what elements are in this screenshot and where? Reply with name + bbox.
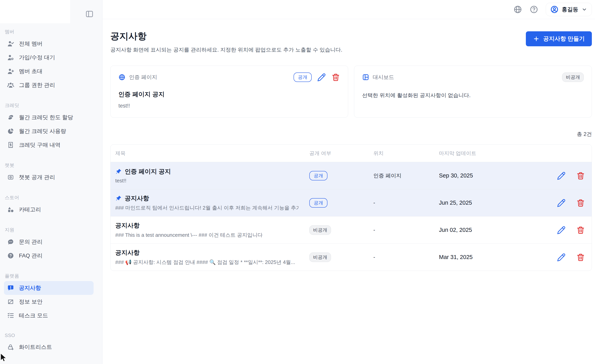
status-badge-public: 공개 [309, 198, 327, 208]
row-location: - [373, 200, 439, 206]
sidebar-item-info-security[interactable]: 정보 보안 [4, 295, 94, 309]
row-location: 인증 페이지 [373, 172, 439, 179]
delete-button[interactable] [576, 171, 585, 180]
user-plus-icon [7, 68, 14, 75]
row-title: 공지사항 [115, 221, 140, 230]
content: 공지사항 공지사항 화면에 표시되는 공지를 관리하세요. 지정한 위치에 팝업… [102, 19, 595, 364]
row-updated: Jun 25, 2025 [439, 200, 553, 206]
chevron-down-icon [581, 7, 587, 12]
user-clock-icon [7, 54, 14, 61]
sidebar-item-label: 전체 멤버 [19, 40, 42, 48]
sidebar-section-members: 멤버 [5, 28, 94, 35]
sidebar-item-pending-members[interactable]: 가입/수정 대기 [4, 51, 94, 64]
page-head: 공지사항 공지사항 화면에 표시되는 공지를 관리하세요. 지정한 위치에 팝업… [110, 30, 592, 53]
sidebar-item-inquiries[interactable]: 문의 관리 [4, 235, 94, 249]
sidebar-item-chatbot-visibility[interactable]: 챗봇 공개 관리 [4, 170, 94, 184]
pie-chart-icon [7, 128, 14, 135]
user-menu-button[interactable]: 홍길동 [546, 3, 592, 16]
sidebar-section-platform: 플랫폼 [5, 273, 94, 279]
sidebar-item-credit-usage[interactable]: 월간 크레딧 사용량 [4, 124, 94, 138]
sidebar-item-label: 문의 관리 [19, 238, 42, 246]
sidebar-header [0, 0, 102, 27]
sidebar-item-announcements[interactable]: 공지사항 [4, 281, 94, 295]
chat-dots-icon [7, 238, 14, 245]
sidebar-item-credit-limit[interactable]: 월간 크레딧 한도 할당 [4, 111, 94, 124]
sidebar-item-invite-member[interactable]: 멤버 초대 [4, 64, 94, 78]
delete-button[interactable] [576, 226, 585, 234]
panel-left-icon [85, 10, 94, 18]
sidebar-item-label: 멤버 초대 [19, 68, 42, 75]
sidebar-item-label: 테스크 모드 [19, 312, 48, 319]
sidebar-nav: 멤버 전체 멤버 가입/수정 대기 멤버 초대 그룹 권한 관리 크레딧 월간 … [0, 27, 102, 364]
column-title: 제목 [115, 150, 309, 157]
location-label: 대시보드 [373, 74, 394, 81]
location-card-dashboard: 대시보드 비공개 선택한 위치에 활성화된 공지사항이 없습니다. [354, 66, 592, 118]
row-updated: Mar 31, 2025 [439, 254, 553, 260]
sidebar-item-label: 카테고리 [19, 206, 41, 213]
slashed-box-icon [7, 298, 14, 305]
sidebar-item-whitelist[interactable]: 화이트리스트 [4, 340, 94, 354]
topbar: 홍길동 [102, 0, 595, 19]
sidebar-section-sso: SSO [5, 333, 94, 338]
edit-button[interactable] [317, 73, 326, 82]
sidebar-item-faq[interactable]: FAQ 관리 [4, 249, 94, 263]
plus-icon [533, 35, 540, 42]
status-badge-private: 비공개 [562, 72, 584, 82]
sidebar-item-categories[interactable]: 카테고리 [4, 203, 94, 217]
sidebar-item-task-mode[interactable]: 테스크 모드 [4, 309, 94, 322]
sidebar: 멤버 전체 멤버 가입/수정 대기 멤버 초대 그룹 권한 관리 크레딧 월간 … [0, 0, 102, 364]
delete-button[interactable] [576, 199, 585, 207]
sidebar-item-label: 화이트리스트 [19, 343, 52, 351]
row-title: 공지사항 [125, 194, 149, 203]
table-header: 제목 공개 여부 위치 마지막 업데이트 [111, 145, 592, 162]
table-row[interactable]: 공지사항 ### 마인드로직 팀에서 인사드립니다! 2월 출시 이후 저희는 … [111, 189, 592, 216]
card-empty-text: 선택한 위치에 활성화된 공지사항이 없습니다. [362, 92, 584, 99]
language-button[interactable] [513, 5, 522, 14]
user-check-icon [7, 40, 14, 47]
help-circle-icon [530, 5, 538, 14]
sidebar-item-group-permissions[interactable]: 그룹 권한 관리 [4, 78, 94, 92]
table-row[interactable]: 공지사항 ### 📢 공지사항: 시스템 점검 안내 #### 🔍 점검 일정 … [111, 244, 592, 271]
row-updated: Jun 02, 2025 [439, 227, 553, 233]
sidebar-item-all-members[interactable]: 전체 멤버 [4, 37, 94, 51]
table-row[interactable]: 공지사항 ### This is a test announcement \--… [111, 216, 592, 244]
status-badge-private: 비공개 [309, 225, 331, 235]
delete-button[interactable] [331, 73, 340, 82]
edit-button[interactable] [557, 226, 566, 234]
edit-button[interactable] [557, 199, 566, 207]
pin-icon [115, 195, 122, 202]
receipt-icon [7, 141, 14, 148]
edit-button[interactable] [557, 253, 566, 262]
status-badge-private: 비공개 [309, 252, 331, 262]
sidebar-item-label: 가입/수정 대기 [19, 54, 55, 61]
edit-button[interactable] [557, 171, 566, 180]
location-card-auth-page: 인증 페이지 공개 인증 페이지 공지 test!! [110, 66, 348, 118]
row-location: - [373, 254, 439, 260]
row-location: - [373, 227, 439, 233]
row-excerpt: ### 📢 공지사항: 시스템 점검 안내 #### 🔍 점검 일정 * **일… [115, 259, 298, 266]
sidebar-item-label: 챗봇 공개 관리 [19, 174, 55, 181]
column-updated: 마지막 업데이트 [439, 150, 553, 157]
sidebar-item-label: 그룹 권한 관리 [19, 81, 55, 89]
sidebar-collapse-button[interactable] [85, 10, 94, 18]
sidebar-item-label: 월간 크레딧 한도 할당 [19, 114, 73, 121]
announcements-table: 제목 공개 여부 위치 마지막 업데이트 인증 페이지 공지 test!! 공개… [110, 144, 592, 271]
shapes-icon [7, 206, 14, 213]
total-count: 총 2건 [110, 131, 592, 138]
sidebar-item-credit-purchases[interactable]: 크레딧 구매 내역 [4, 138, 94, 152]
page-subtitle: 공지사항 화면에 표시되는 공지를 관리하세요. 지정한 위치에 팝업으로도 추… [110, 46, 342, 53]
column-visibility: 공개 여부 [309, 150, 373, 157]
sidebar-section-credits: 크레딧 [5, 102, 94, 109]
column-location: 위치 [373, 150, 439, 157]
delete-button[interactable] [576, 253, 585, 262]
announcement-bubble-icon [7, 284, 14, 292]
row-excerpt: ### This is a test announcement \--- ###… [115, 232, 298, 238]
row-title: 공지사항 [115, 249, 140, 257]
lock-gear-icon [7, 343, 14, 351]
table-row[interactable]: 인증 페이지 공지 test!! 공개 인증 페이지 Sep 30, 2025 [111, 162, 592, 189]
create-announcement-button[interactable]: 공지사항 만들기 [526, 31, 592, 46]
help-button[interactable] [530, 5, 538, 14]
create-announcement-label: 공지사항 만들기 [543, 35, 585, 43]
row-title: 인증 페이지 공지 [125, 168, 171, 176]
location-label: 인증 페이지 [129, 74, 157, 81]
